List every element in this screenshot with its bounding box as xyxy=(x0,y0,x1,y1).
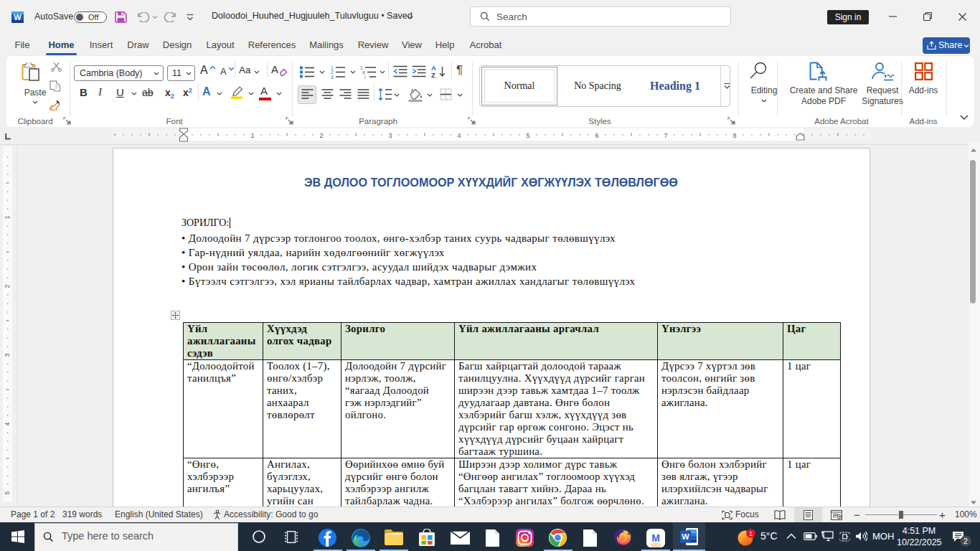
svg-text:3: 3 xyxy=(388,132,392,139)
svg-text:3: 3 xyxy=(331,75,334,80)
svg-text:7: 7 xyxy=(664,132,667,139)
svg-text:6: 6 xyxy=(595,132,598,139)
svg-text:W: W xyxy=(682,532,689,541)
svg-text:4: 4 xyxy=(4,422,11,425)
svg-text:3: 3 xyxy=(4,353,11,357)
svg-text:2: 2 xyxy=(963,537,968,545)
svg-text:5: 5 xyxy=(4,491,11,494)
svg-text:1: 1 xyxy=(4,215,11,219)
svg-text:1: 1 xyxy=(250,132,254,139)
svg-text:2: 2 xyxy=(319,132,323,139)
svg-text:1: 1 xyxy=(749,530,753,537)
svg-text:M: M xyxy=(651,532,660,544)
svg-text:W: W xyxy=(14,13,22,22)
svg-text:5: 5 xyxy=(526,132,529,139)
svg-text:8: 8 xyxy=(732,132,736,139)
svg-text:i: i xyxy=(364,75,365,80)
svg-text:4: 4 xyxy=(457,132,461,139)
svg-text:2: 2 xyxy=(4,284,11,288)
